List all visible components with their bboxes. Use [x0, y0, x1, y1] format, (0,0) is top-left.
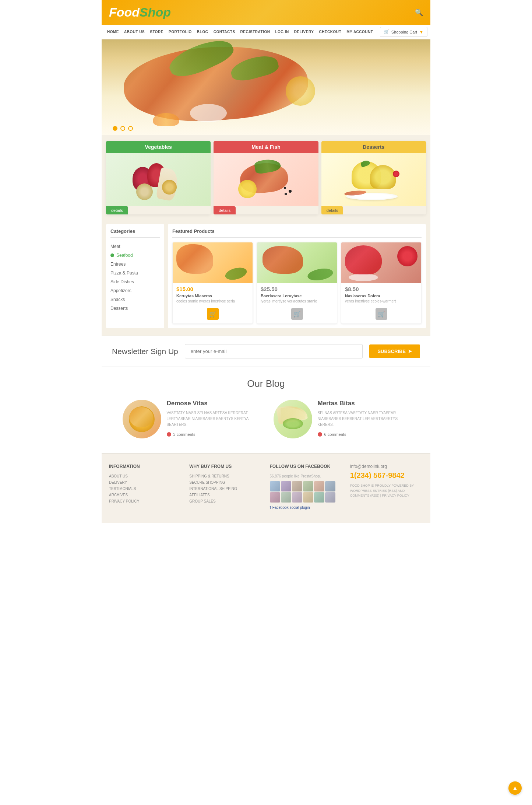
footer-info-title: Information: [109, 464, 182, 469]
main-nav: HOME ABOUT US STORE PORTFOLIO BLOG CONTA…: [102, 25, 430, 39]
logo[interactable]: FoodShop: [109, 5, 171, 20]
fb-social-link[interactable]: f Facebook social plugin: [270, 505, 343, 510]
nav-delivery[interactable]: DELIVERY: [292, 25, 317, 39]
footer-powered: FOOD SHOP IS PROUDLY POWERED BY WORDPRES…: [350, 483, 423, 498]
sidebar-item-side-dishes[interactable]: Side Dishes: [110, 277, 160, 286]
fb-avatars: [270, 481, 343, 503]
footer-phone: 1(234) 567-9842: [350, 471, 423, 480]
footer-link-group-sales[interactable]: GROUP SALES: [189, 499, 262, 503]
fb-avatar-6: [325, 481, 335, 491]
footer-link-privacy[interactable]: PRIVACY POLICY: [109, 499, 182, 503]
logo-shop: Shop: [140, 5, 171, 20]
nav-store[interactable]: STORE: [147, 25, 166, 39]
cat-img-vegetables: [106, 153, 211, 206]
sidebar-title: Categories: [110, 228, 160, 238]
fb-avatar-11: [314, 492, 324, 503]
product-desc-2: lyeras imertiyse veriacoutes sranie: [261, 299, 333, 304]
hero-food-image: [102, 39, 430, 135]
search-icon[interactable]: 🔍: [415, 8, 423, 17]
comment-count-2: 6 comments: [324, 432, 346, 437]
newsletter-email-input[interactable]: [185, 344, 363, 358]
cat-details-desserts[interactable]: details: [321, 206, 343, 214]
category-section: Vegetables details Meat & Fish: [102, 135, 430, 220]
cat-card-vegetables[interactable]: Vegetables details: [106, 141, 211, 214]
comment-count-1: 3 comments: [173, 432, 195, 437]
cat-title-desserts: Desserts: [321, 141, 426, 153]
nav-myaccount[interactable]: MY ACCOUNT: [344, 25, 376, 39]
cart-button[interactable]: 🛒 Shopping Cart ▼: [380, 27, 427, 37]
blog-post-text-2: SELNAS ARTESA VASETATY NASR TYASEAR NIAS…: [318, 410, 410, 428]
add-to-cart-btn-2[interactable]: 🛒: [291, 308, 303, 320]
sidebar-item-seafood[interactable]: Seafood: [110, 251, 160, 260]
sidebar-item-pizza-pasta[interactable]: Pizza & Pasta: [110, 269, 160, 277]
hero-dot-2[interactable]: [120, 126, 125, 131]
product-actions-2: 🛒: [257, 308, 337, 320]
sidebar-item-appetizers[interactable]: Appetizers: [110, 286, 160, 295]
newsletter-section: Newsletter Sign Up SUBSCRIBE ➤: [102, 336, 430, 367]
sidebar-item-entrees[interactable]: Entrees: [110, 260, 160, 269]
add-to-cart-btn-3[interactable]: 🛒: [376, 308, 387, 320]
product-info-3: $8.50 Nasiaseras Dolera yeras imertiyse …: [341, 283, 421, 305]
blog-img-2: [274, 400, 312, 438]
footer-link-international[interactable]: INTERNATIONAL SHIPPING: [189, 487, 262, 491]
add-to-cart-btn-1[interactable]: 🛒: [207, 308, 219, 320]
nav-checkout[interactable]: CHECKOUT: [316, 25, 344, 39]
product-desc-3: yeras imertiyse ceoles-warmert: [345, 299, 418, 304]
cat-card-desserts[interactable]: Desserts details: [321, 141, 426, 214]
hero-dot-3[interactable]: [128, 126, 133, 131]
footer-link-archives[interactable]: ARCHIVES: [109, 493, 182, 497]
radio-icon: [110, 253, 114, 257]
sidebar-item-meat[interactable]: Meat: [110, 242, 160, 251]
nav-contacts[interactable]: CONTACTS: [211, 25, 238, 39]
nav-portfolio[interactable]: PORTFOLIO: [166, 25, 194, 39]
products-grid: $15.00 Keruytas Miaseras ceoles sranie n…: [172, 242, 422, 324]
blog-post-1: Demose Vitas VASETATY NASR SELNAS ARTESA…: [123, 400, 259, 438]
cat-details-meat-fish[interactable]: details: [214, 206, 236, 214]
footer-col-contact: info@demolink.org 1(234) 567-9842 FOOD S…: [350, 464, 423, 510]
product-name-2: Baeriasera Leruytase: [261, 294, 333, 298]
footer-social-title: Follow Us On Facebook: [270, 464, 343, 469]
cart-label: Shopping Cart: [391, 30, 417, 34]
footer-link-testimonials[interactable]: TESTIMONIALS: [109, 487, 182, 491]
fb-avatar-4: [303, 481, 313, 491]
blog-content-1: Demose Vitas VASETATY NASR SELNAS ARTESA…: [167, 400, 259, 437]
footer: Information ABOUT US DELIVERY TESTIMONIA…: [102, 453, 430, 523]
comment-dot-2: [318, 432, 322, 437]
hero-dot-1[interactable]: [113, 126, 117, 131]
nav-registration[interactable]: REGISTRATION: [238, 25, 273, 39]
nav-login[interactable]: LOG IN: [272, 25, 291, 39]
fb-avatar-2: [281, 481, 291, 491]
nav-blog[interactable]: BLOG: [194, 25, 211, 39]
blog-content-2: Mertas Bitas SELNAS ARTESA VASETATY NASR…: [318, 400, 410, 437]
footer-why-title: Why buy from us: [189, 464, 262, 469]
sidebar-item-desserts-cat[interactable]: Desserts: [110, 304, 160, 313]
footer-link-shipping[interactable]: SHIPPING & RETURNS: [189, 474, 262, 478]
product-actions-3: 🛒: [341, 308, 421, 320]
footer-col-why: Why buy from us SHIPPING & RETURNS SECUR…: [189, 464, 262, 510]
footer-grid: Information ABOUT US DELIVERY TESTIMONIA…: [109, 464, 423, 510]
blog-comments-1: 3 comments: [167, 432, 259, 437]
product-card-2: $25.50 Baeriasera Leruytase lyeras imert…: [257, 242, 337, 324]
footer-link-secure[interactable]: SECURE SHOPPING: [189, 480, 262, 484]
product-price-1: $15.00: [176, 286, 249, 292]
footer-link-delivery[interactable]: DELIVERY: [109, 480, 182, 484]
subscribe-label: SUBSCRIBE: [377, 349, 406, 354]
blog-post-title-1: Demose Vitas: [167, 400, 259, 407]
footer-link-about[interactable]: ABOUT US: [109, 474, 182, 478]
blog-section: Our Blog Demose Vitas VASETATY NASR SELN…: [102, 367, 430, 453]
blog-comments-2: 6 comments: [318, 432, 410, 437]
product-info-1: $15.00 Keruytas Miaseras ceoles sranie n…: [173, 283, 253, 305]
footer-link-affiliates[interactable]: AFFILIATES: [189, 493, 262, 497]
hero-banner: [102, 39, 430, 135]
blog-img-1: [123, 400, 161, 438]
nav-about[interactable]: ABOUT US: [121, 25, 147, 39]
blog-post-2: Mertas Bitas SELNAS ARTESA VASETATY NASR…: [274, 400, 410, 438]
fb-avatar-3: [292, 481, 302, 491]
sidebar-item-snacks[interactable]: Snacks: [110, 295, 160, 304]
nav-home[interactable]: HOME: [105, 25, 121, 39]
blog-title: Our Blog: [109, 378, 423, 389]
cat-details-vegetables[interactable]: details: [106, 206, 128, 214]
subscribe-button[interactable]: SUBSCRIBE ➤: [369, 344, 420, 358]
product-name-1: Keruytas Miaseras: [176, 294, 249, 298]
cat-card-meat-fish[interactable]: Meat & Fish details: [214, 141, 318, 214]
